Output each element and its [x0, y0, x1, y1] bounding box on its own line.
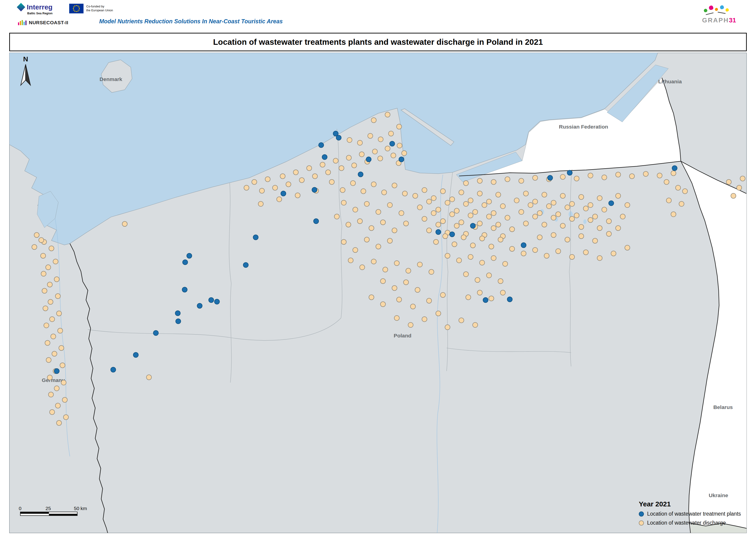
project-tagline: Model Nutrients Reduction Solutions In N… [99, 18, 282, 25]
discharge-marker [477, 191, 482, 196]
discharge-marker [47, 375, 52, 380]
discharge-marker [457, 258, 462, 263]
discharge-marker [682, 188, 687, 194]
discharge-marker [350, 181, 356, 186]
discharge-marker [427, 199, 431, 204]
discharge-marker [334, 214, 339, 219]
legend-label-discharge: Location of wastewater discharge [647, 520, 726, 526]
discharge-marker [387, 238, 392, 243]
discharge-marker [48, 299, 53, 304]
discharge-marker [606, 219, 611, 224]
country-label-ukraine: Ukraine [709, 492, 728, 498]
discharge-marker [454, 208, 459, 213]
discharge-marker [347, 137, 352, 143]
legend-item-treatment-plants: Location of wastewater treatment plants [639, 511, 747, 517]
discharge-marker [422, 216, 427, 221]
discharge-marker [500, 203, 505, 209]
discharge-marker [61, 380, 66, 385]
discharge-marker [380, 220, 385, 225]
discharge-marker [560, 223, 566, 228]
treatment-plant-marker [322, 155, 327, 160]
discharge-marker [528, 202, 533, 207]
discharge-marker [388, 131, 394, 136]
discharge-marker [486, 199, 492, 204]
north-label: N [19, 55, 32, 63]
discharge-marker [477, 178, 482, 183]
discharge-marker [295, 193, 300, 198]
graph31-text: GRAPH31 [701, 17, 737, 24]
discharge-marker [380, 279, 385, 284]
discharge-marker [657, 173, 662, 178]
discharge-marker [50, 317, 55, 322]
discharge-marker [592, 238, 597, 243]
discharge-marker [537, 235, 542, 240]
discharge-marker [574, 213, 579, 218]
discharge-marker [551, 215, 556, 220]
discharge-marker [542, 192, 547, 197]
discharge-marker [341, 200, 346, 205]
discharge-marker [427, 228, 431, 233]
discharge-marker [544, 253, 549, 258]
discharge-marker [473, 322, 478, 328]
country-label-poland: Poland [394, 333, 412, 339]
discharge-marker [498, 279, 503, 284]
discharge-marker [277, 197, 282, 202]
interreg-diamond-icon [17, 3, 25, 12]
treatment-plant-marker [175, 311, 180, 316]
discharge-marker [394, 315, 399, 321]
discharge-marker [477, 290, 482, 295]
discharge-marker [486, 273, 492, 278]
discharge-marker [42, 288, 47, 294]
discharge-marker [505, 177, 510, 182]
discharge-marker [461, 235, 466, 240]
discharge-marker [740, 176, 745, 181]
map: DenmarkLithuaniaRussian FederationPoland… [9, 53, 747, 533]
discharge-marker [445, 200, 450, 205]
discharge-marker [443, 234, 448, 239]
discharge-marker [679, 201, 684, 206]
scale-bar-graphic [20, 512, 77, 516]
discharge-marker [431, 210, 436, 216]
discharge-marker [574, 176, 579, 181]
discharge-marker [546, 203, 552, 209]
discharge-marker [551, 200, 556, 205]
discharge-marker [464, 272, 469, 277]
treatment-plant-marker [153, 331, 159, 336]
discharge-marker [360, 265, 365, 270]
discharge-marker [376, 209, 381, 214]
discharge-marker [364, 237, 369, 242]
discharge-marker [731, 193, 736, 198]
discharge-marker [671, 212, 676, 217]
discharge-marker [579, 234, 584, 239]
treatment-plant-marker [436, 230, 441, 235]
treatment-plant-marker [672, 166, 677, 171]
discharge-marker [440, 188, 445, 194]
discharge-marker [371, 182, 376, 187]
treatment-plant-marker [209, 297, 214, 302]
north-arrow-icon [20, 64, 32, 86]
discharge-marker [364, 201, 369, 206]
treatment-plant-marker [567, 170, 572, 175]
discharge-marker [402, 151, 407, 156]
discharge-marker [41, 253, 46, 258]
graph31-doodle-icon [701, 4, 737, 17]
map-canvas: DenmarkLithuaniaRussian FederationPoland… [10, 53, 746, 533]
legend: Year 2021 Location of wastewater treatme… [639, 500, 747, 526]
discharge-marker [399, 210, 404, 216]
treatment-plant-marker [54, 369, 59, 374]
discharge-marker [52, 351, 57, 356]
discharge-marker [422, 188, 427, 192]
discharge-marker [357, 140, 362, 145]
discharge-marker [46, 357, 51, 363]
discharge-marker [333, 158, 338, 163]
discharge-marker [387, 202, 392, 207]
discharge-marker [44, 323, 49, 328]
discharge-marker [491, 255, 496, 261]
scale-bar: 0 25 50 km [20, 506, 94, 517]
discharge-marker [643, 172, 648, 177]
discharge-marker [588, 217, 593, 223]
scale-tick-0: 0 [19, 506, 22, 511]
discharge-marker [293, 170, 298, 175]
discharge-marker [450, 197, 455, 202]
discharge-marker [436, 207, 441, 212]
